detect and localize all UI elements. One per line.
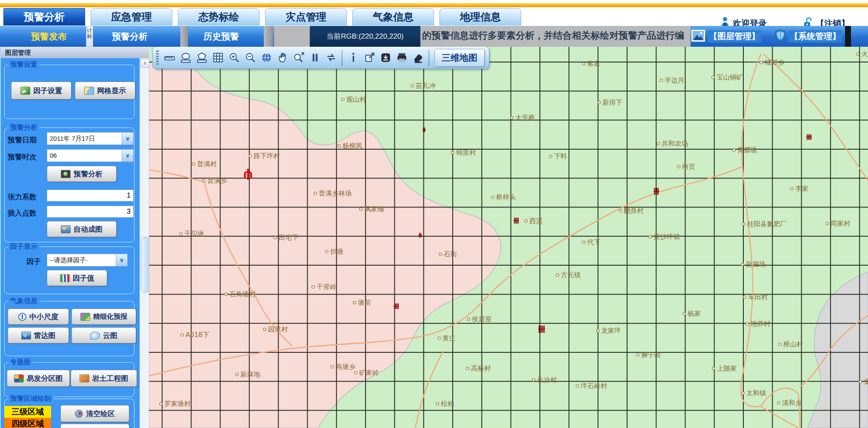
zoom-box-icon[interactable] [291, 49, 307, 66]
delete-button[interactable]: 删除 [60, 424, 129, 428]
nav-right-panel: 【图层管理】 【系统管理】 [691, 26, 868, 47]
export-icon[interactable] [361, 49, 377, 66]
radar-button[interactable]: 雷达图 [8, 327, 69, 343]
chevron-down-icon: ∨ [116, 254, 127, 266]
grid-display-button[interactable]: 网格显示 [75, 82, 135, 99]
eraser-icon[interactable] [410, 49, 426, 66]
map-label: 侯居室 [471, 315, 492, 323]
scroll-up-icon[interactable]: ∧ [140, 59, 149, 68]
refresh-icon[interactable] [323, 49, 339, 66]
grid-display-icon[interactable] [210, 49, 226, 66]
geotech-map-button[interactable]: 岩土工程图 [71, 370, 137, 387]
map-marker [598, 101, 600, 104]
full-extent-icon[interactable] [258, 49, 274, 66]
map-tools [161, 49, 432, 66]
measure-distance-icon[interactable] [161, 49, 177, 66]
warn-time-select[interactable]: 06 ∨ [47, 149, 134, 162]
warn-analyze-button[interactable]: 预警分析 [47, 166, 117, 182]
pause-icon[interactable] [307, 49, 323, 66]
map-label: 长汾村 [537, 376, 557, 384]
map-marker [677, 165, 680, 168]
map-viewport[interactable]: ψ上石背苗儿冲石山青蒋家半边月宝山铜矿城郊乡火观山村新排下太平桥杨柳凤锦里村下料… [149, 47, 868, 428]
map-3d-label: 三维地图 [442, 52, 477, 64]
main-tab-5[interactable]: 气象信息 [352, 8, 434, 26]
mesoscale-button[interactable]: 中小尺度 [8, 309, 69, 325]
group-warn-region-title: 预警区域绘制 [8, 394, 53, 403]
level4-region-chip: 四级区域 [4, 418, 51, 428]
sidebar-scrollbar[interactable]: ∧ [140, 58, 149, 428]
map-marker [160, 402, 162, 405]
zoom-in-icon[interactable] [226, 49, 242, 66]
map-label: 新排下 [602, 99, 622, 106]
sub-tab-1[interactable]: 预警发布 [13, 26, 85, 47]
map-label: 西溪 [529, 217, 542, 225]
map-label: 矿家岭 [359, 369, 379, 377]
map-canvas[interactable]: ψ上石背苗儿冲石山青蒋家半边月宝山铜矿城郊乡火观山村新排下太平桥杨柳凤锦里村下料… [149, 47, 868, 428]
toolbar-grip[interactable] [156, 51, 159, 65]
points-input[interactable] [47, 206, 134, 218]
nav-separator [264, 26, 273, 47]
sub-tab-3[interactable]: 历史预警 [191, 26, 251, 47]
factor-settings-icon [20, 87, 30, 95]
map-label: 扒塘 [330, 248, 343, 255]
warn-time-label: 预警时次 [8, 152, 37, 162]
map-label: 普满乡林场 [319, 190, 352, 197]
map-marker [181, 334, 183, 336]
cloud-button[interactable]: 云图 [71, 327, 136, 343]
warn-time-value: 06 [47, 150, 122, 162]
pan-icon[interactable] [274, 49, 291, 66]
fine-forecast-button[interactable]: 精细化预报 [71, 309, 136, 325]
map-label: 高桥村 [471, 365, 491, 372]
building-cluster-icon [394, 303, 399, 309]
map-marker [192, 163, 195, 165]
print-icon[interactable] [394, 49, 410, 66]
system-manage-button[interactable]: 【系统管理】 [775, 29, 842, 43]
map-label: 杨柳凤 [342, 142, 363, 150]
radar-label: 雷达图 [34, 331, 56, 340]
autoplot-label: 自动成图 [74, 224, 103, 234]
zoom-out-icon[interactable] [242, 49, 258, 66]
factor-settings-button[interactable]: 因子设置 [11, 82, 71, 99]
scrollbar-thumb[interactable] [141, 237, 149, 293]
map-3d-button[interactable]: 三维地图 [434, 49, 485, 67]
download-icon[interactable] [377, 49, 394, 66]
map-label: 枫家铺 [364, 205, 384, 213]
sidebar-title: 图层管理 [1, 47, 150, 58]
map-label: 桂阳县氮肥厂 [747, 220, 787, 228]
clear-region-button[interactable]: 清空绘区 [60, 405, 129, 422]
map-marker [312, 286, 314, 288]
map-marker [657, 142, 660, 145]
sub-tab-2[interactable]: 预警分析 [98, 26, 162, 47]
main-tab-2[interactable]: 应急管理 [91, 8, 172, 26]
map-label: 园里村 [268, 326, 288, 333]
factor-select[interactable]: --请选择因子· ∨ [47, 254, 128, 266]
group-warn-settings-title: 预警设置 [8, 60, 40, 69]
map-label: 下料 [554, 153, 567, 160]
map-label: 观山村 [346, 96, 366, 103]
warn-date-select[interactable]: 2011年 7月17日 ∨ [47, 132, 134, 145]
identify-icon[interactable] [345, 49, 361, 66]
tension-input[interactable] [47, 190, 134, 201]
warn-analyze-label: 预警分析 [74, 169, 103, 179]
measure-polygon-icon[interactable] [194, 49, 210, 66]
map-marker [746, 323, 748, 325]
factor-value-button[interactable]: 因子值 [47, 270, 107, 286]
layer-manage-button[interactable]: 【图层管理】 [691, 29, 761, 43]
group-factor-display-title: 因子显示 [8, 242, 40, 251]
measure-area-icon[interactable] [177, 49, 194, 66]
main-tab-4[interactable]: 灾点管理 [265, 8, 347, 26]
map-label: 罗家塘村 [164, 400, 191, 408]
layers-picture-icon [691, 30, 705, 43]
zone-map-button[interactable]: 易发分区图 [7, 370, 70, 387]
main-tab-6[interactable]: 地理信息 [440, 8, 521, 26]
main-tab-bar: 预警分析应急管理态势标绘灾点管理气象信息地理信息 欢迎登录 【注销】 [0, 7, 868, 26]
map-marker [314, 192, 317, 195]
main-tab-3[interactable]: 态势标绘 [178, 8, 260, 26]
sub-nav-bar: 预警发布预警分析历史预警 计科 的预警信息进行多要素分析，并结合相关标绘对预警产… [0, 26, 868, 47]
map-label: 普满乡 [207, 177, 227, 184]
map-marker [180, 232, 182, 235]
autoplot-button[interactable]: 自动成图 [47, 221, 117, 237]
map-label: 太平桥 [515, 114, 535, 122]
main-tab-1[interactable]: 预警分析 [3, 8, 85, 26]
clipped-tab[interactable]: 计科 [86, 26, 93, 47]
